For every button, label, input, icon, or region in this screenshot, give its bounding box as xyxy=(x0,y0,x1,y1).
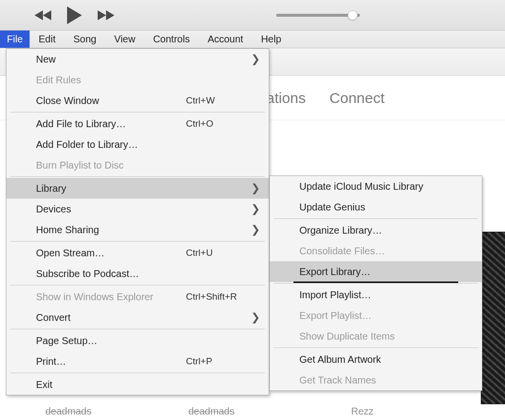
playback-controls xyxy=(35,5,114,25)
menu-item-label: Add Folder to Library… xyxy=(36,139,260,150)
menu-separator xyxy=(274,218,478,219)
chevron-right-icon: ❯ xyxy=(250,311,260,324)
menu-item[interactable]: New❯ xyxy=(6,49,269,70)
artist-label: deadmads xyxy=(188,406,234,417)
menu-item-label: Import Playlist… xyxy=(299,289,469,301)
menubar-item-edit[interactable]: Edit xyxy=(30,31,64,48)
artists-row: deadmads deadmads Rezz xyxy=(0,402,505,420)
menu-item-label: Burn Playlist to Disc xyxy=(36,160,260,171)
nav-tab-connect[interactable]: Connect xyxy=(329,90,385,106)
menu-item-shortcut: Ctrl+U xyxy=(186,247,260,258)
menu-item[interactable]: Print…Ctrl+P xyxy=(6,351,269,372)
menu-item-label: Print… xyxy=(36,356,186,367)
album-artwork-thumbnail[interactable] xyxy=(481,232,505,404)
menu-item[interactable]: Update iCloud Music Library xyxy=(270,176,482,197)
menu-item-label: Subscribe to Podcast… xyxy=(36,268,260,280)
annotation-underline xyxy=(293,281,458,283)
play-icon[interactable] xyxy=(66,5,83,25)
volume-thumb[interactable] xyxy=(348,10,358,20)
menu-item-label: Add File to Library… xyxy=(36,118,186,130)
library-submenu: Update iCloud Music LibraryUpdate Genius… xyxy=(269,175,482,391)
menu-item[interactable]: Devices❯ xyxy=(6,199,269,219)
menu-item[interactable]: Open Stream…Ctrl+U xyxy=(6,243,269,263)
menu-item-label: Show Duplicate Items xyxy=(299,331,469,342)
menu-item[interactable]: Exit xyxy=(6,374,269,395)
menu-item-label: Exit xyxy=(36,379,260,390)
menubar-item-song[interactable]: Song xyxy=(65,31,106,48)
menubar: File Edit Song View Controls Account Hel… xyxy=(0,31,505,48)
menu-item[interactable]: Add File to Library…Ctrl+O xyxy=(6,113,269,134)
nav-tab-fragment[interactable]: ations xyxy=(266,90,306,106)
menu-separator xyxy=(274,348,478,348)
menu-separator xyxy=(10,241,265,242)
file-menu: New❯Edit RulesClose WindowCtrl+WAdd File… xyxy=(6,48,269,395)
menu-item[interactable]: Home Sharing❯ xyxy=(6,219,269,240)
menu-separator xyxy=(274,283,478,283)
menubar-item-help[interactable]: Help xyxy=(252,31,290,48)
playback-toolbar xyxy=(0,0,505,31)
menu-item[interactable]: Convert❯ xyxy=(6,307,269,328)
volume-slider[interactable] xyxy=(276,14,360,17)
menu-item[interactable]: Get Album Artwork xyxy=(270,349,482,370)
menu-item: Edit Rules xyxy=(6,70,269,90)
menu-item[interactable]: Close WindowCtrl+W xyxy=(6,90,269,111)
chevron-right-icon: ❯ xyxy=(250,53,260,66)
menu-item[interactable]: Subscribe to Podcast… xyxy=(6,263,269,284)
previous-track-icon[interactable] xyxy=(35,9,52,21)
menu-item[interactable]: Update Genius xyxy=(270,197,482,217)
menu-item-label: Devices xyxy=(36,204,250,215)
menu-item-label: Export Playlist… xyxy=(299,310,469,321)
menu-item-label: Update Genius xyxy=(299,202,469,213)
menu-item-label: Convert xyxy=(36,312,250,323)
menu-item: Export Playlist… xyxy=(270,305,482,326)
menu-item-label: Export Library… xyxy=(299,266,469,278)
menubar-item-controls[interactable]: Controls xyxy=(144,31,198,48)
menu-item[interactable]: Organize Library… xyxy=(270,220,482,241)
menu-item[interactable]: Page Setup… xyxy=(6,330,269,351)
menu-item-shortcut: Ctrl+W xyxy=(186,95,260,106)
menu-item-shortcut: Ctrl+P xyxy=(186,356,260,367)
menu-item: Show Duplicate Items xyxy=(270,326,482,347)
menubar-item-account[interactable]: Account xyxy=(199,31,252,48)
menu-item-label: Update iCloud Music Library xyxy=(299,181,469,192)
volume-track xyxy=(276,14,360,17)
menubar-item-view[interactable]: View xyxy=(105,31,144,48)
menu-separator xyxy=(10,329,265,329)
artist-label: deadmads xyxy=(45,406,91,417)
menu-item-label: Home Sharing xyxy=(36,224,250,236)
artist-label: Rezz xyxy=(351,406,374,417)
menu-item-label: New xyxy=(36,54,250,65)
menu-item: Consolidate Files… xyxy=(270,241,482,261)
chevron-right-icon: ❯ xyxy=(250,182,260,195)
menu-item-label: Show in Windows Explorer xyxy=(36,291,186,303)
menubar-item-file[interactable]: File xyxy=(0,31,30,48)
chevron-right-icon: ❯ xyxy=(250,223,260,236)
menu-item[interactable]: Export Library… xyxy=(270,261,482,282)
menu-separator xyxy=(10,373,265,373)
menu-item-label: Library xyxy=(36,183,250,194)
menu-separator xyxy=(10,285,265,285)
menu-item-label: Organize Library… xyxy=(299,225,469,236)
menu-item-label: Get Track Names xyxy=(299,375,469,386)
menu-item-label: Consolidate Files… xyxy=(299,245,469,257)
next-track-icon[interactable] xyxy=(97,9,114,21)
menu-item[interactable]: Library❯ xyxy=(6,178,269,199)
menu-item: Burn Playlist to Disc xyxy=(6,155,269,175)
menu-item-label: Get Album Artwork xyxy=(299,354,469,365)
menu-item-label: Close Window xyxy=(36,95,186,106)
chevron-right-icon: ❯ xyxy=(250,203,260,215)
menu-item-label: Open Stream… xyxy=(36,247,186,259)
menu-item[interactable]: Import Playlist… xyxy=(270,284,482,305)
menu-item-label: Edit Rules xyxy=(36,74,260,86)
menu-item: Get Track Names xyxy=(270,370,482,390)
menu-item-shortcut: Ctrl+Shift+R xyxy=(186,291,260,302)
menu-item: Show in Windows ExplorerCtrl+Shift+R xyxy=(6,286,269,307)
menu-item-shortcut: Ctrl+O xyxy=(186,118,260,129)
menu-item-label: Page Setup… xyxy=(36,335,260,347)
menu-separator xyxy=(10,112,265,112)
menu-separator xyxy=(10,176,265,177)
menu-item[interactable]: Add Folder to Library… xyxy=(6,134,269,155)
